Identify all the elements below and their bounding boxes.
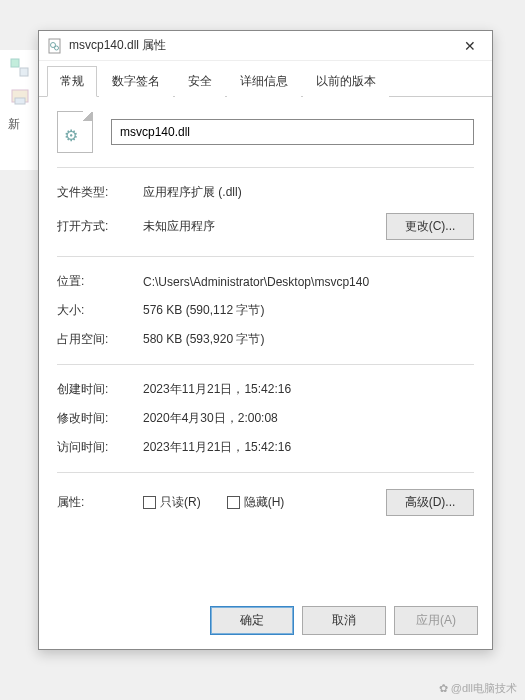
filetype-label: 文件类型: [57, 184, 143, 201]
watermark-icon: ✿ [439, 682, 448, 695]
toolbar-icon [8, 56, 32, 80]
checkbox-box [143, 496, 156, 509]
apply-button[interactable]: 应用(A) [394, 606, 478, 635]
openwith-value: 未知应用程序 [143, 218, 386, 235]
readonly-label: 只读(R) [160, 494, 201, 511]
gear-icon: ⚙ [64, 126, 78, 145]
attributes-label: 属性: [57, 494, 143, 511]
separator [57, 364, 474, 365]
filename-input[interactable]: msvcp140.dll [111, 119, 474, 145]
size-value: 576 KB (590,112 字节) [143, 302, 474, 319]
change-button[interactable]: 更改(C)... [386, 213, 474, 240]
hidden-label: 隐藏(H) [244, 494, 285, 511]
watermark: ✿ @dll电脑技术 [439, 681, 517, 696]
close-button[interactable]: ✕ [452, 32, 488, 60]
size-label: 大小: [57, 302, 143, 319]
filetype-value: 应用程序扩展 (.dll) [143, 184, 474, 201]
close-icon: ✕ [464, 38, 476, 54]
created-value: 2023年11月21日，15:42:16 [143, 381, 474, 398]
readonly-checkbox[interactable]: 只读(R) [143, 494, 201, 511]
tab-strip: 常规 数字签名 安全 详细信息 以前的版本 [39, 61, 492, 97]
accessed-value: 2023年11月21日，15:42:16 [143, 439, 474, 456]
checkbox-box [227, 496, 240, 509]
location-label: 位置: [57, 273, 143, 290]
cancel-button[interactable]: 取消 [302, 606, 386, 635]
openwith-label: 打开方式: [57, 218, 143, 235]
dialog-footer: 确定 取消 应用(A) [39, 596, 492, 649]
watermark-text: @dll电脑技术 [451, 681, 517, 696]
hidden-checkbox[interactable]: 隐藏(H) [227, 494, 285, 511]
ondisk-value: 580 KB (593,920 字节) [143, 331, 474, 348]
modified-value: 2020年4月30日，2:00:08 [143, 410, 474, 427]
titlebar: msvcp140.dll 属性 ✕ [39, 31, 492, 61]
tab-digital-signatures[interactable]: 数字签名 [99, 66, 173, 97]
separator [57, 472, 474, 473]
file-type-icon [47, 38, 63, 54]
svg-rect-1 [20, 68, 28, 76]
created-label: 创建时间: [57, 381, 143, 398]
tab-security[interactable]: 安全 [175, 66, 225, 97]
location-value: C:\Users\Administrator\Desktop\msvcp140 [143, 275, 474, 289]
toolbar-label: 新 [8, 116, 31, 133]
svg-rect-0 [11, 59, 19, 67]
tab-content: ⚙ msvcp140.dll 文件类型: 应用程序扩展 (.dll) 打开方式:… [39, 97, 492, 596]
separator [57, 256, 474, 257]
background-toolbar: 新 [0, 50, 40, 170]
window-title: msvcp140.dll 属性 [69, 37, 452, 54]
svg-rect-3 [15, 98, 25, 104]
separator [57, 167, 474, 168]
ok-button[interactable]: 确定 [210, 606, 294, 635]
properties-dialog: msvcp140.dll 属性 ✕ 常规 数字签名 安全 详细信息 以前的版本 … [38, 30, 493, 650]
advanced-button[interactable]: 高级(D)... [386, 489, 474, 516]
ondisk-label: 占用空间: [57, 331, 143, 348]
toolbar-icon-2 [8, 86, 32, 110]
tab-general[interactable]: 常规 [47, 66, 97, 97]
file-icon: ⚙ [57, 111, 93, 153]
accessed-label: 访问时间: [57, 439, 143, 456]
modified-label: 修改时间: [57, 410, 143, 427]
tab-details[interactable]: 详细信息 [227, 66, 301, 97]
tab-previous-versions[interactable]: 以前的版本 [303, 66, 389, 97]
